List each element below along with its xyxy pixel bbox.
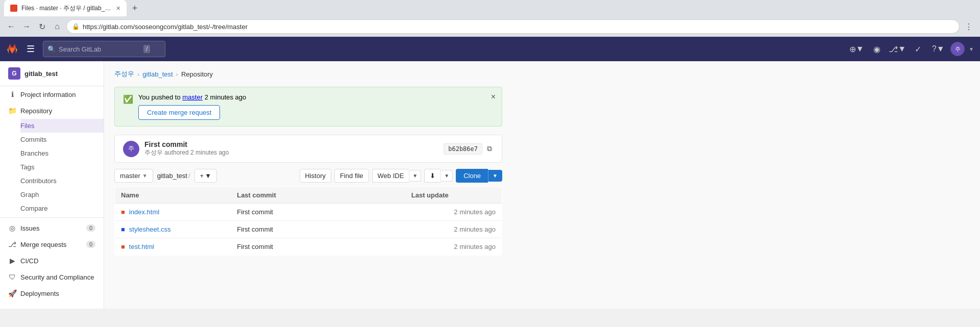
add-file-button[interactable]: + ▼ (194, 169, 217, 183)
path-breadcrumb: gitlab_test / (157, 172, 190, 180)
plus-file-icon: + (200, 172, 204, 180)
sidebar-item-tags[interactable]: Tags (20, 160, 104, 174)
content-inner: 주성우 › gitlab_test › Repository ✅ You pus… (104, 61, 512, 264)
file-type-icon-1: ■ (121, 225, 125, 233)
sidebar-label-merge-requests: Merge requests (20, 241, 66, 248)
clone-dropdown[interactable]: ▼ (488, 170, 502, 182)
gitlab-app: ☰ 🔍 / ⊕ ▼ ◉ ⎇ ▼ ✓ ? ▼ 주 ▼ (0, 37, 980, 309)
new-tab-button[interactable]: + (129, 2, 141, 14)
address-input-wrap[interactable]: 🔒 (66, 19, 960, 34)
sidebar: G gitlab_test ℹ Project information 📁 Re… (0, 61, 104, 309)
file-commit-cell-1: First commit (231, 221, 405, 238)
sidebar-item-security-compliance[interactable]: 🛡 Security and Compliance (0, 269, 104, 285)
main-layout: G gitlab_test ℹ Project information 📁 Re… (0, 61, 980, 309)
gitlab-logo[interactable] (6, 43, 18, 55)
success-icon: ✅ (123, 94, 133, 104)
push-close-button[interactable]: × (491, 92, 496, 102)
branch-selector[interactable]: master ▼ (114, 169, 153, 183)
active-tab[interactable]: Files · master · 주성우 / gitlab_te... × (4, 0, 127, 16)
sidebar-label-security: Security and Compliance (20, 273, 94, 281)
search-input[interactable] (59, 45, 140, 53)
sidebar-section-main: ℹ Project information 📁 Repository Files… (0, 86, 104, 301)
sidebar-label-compare: Compare (20, 205, 47, 212)
user-avatar: 주 (951, 42, 964, 56)
file-table-header: Name Last commit Last update (115, 187, 502, 204)
commit-author-avatar: 주 (123, 141, 139, 157)
toolbar-right: History Find file Web IDE ▼ ⬇ ▼ (300, 169, 502, 183)
sidebar-item-graph[interactable]: Graph (20, 188, 104, 202)
project-header[interactable]: G gitlab_test (0, 61, 104, 86)
user-avatar-button[interactable]: 주 (950, 42, 965, 56)
address-input[interactable] (83, 23, 954, 31)
extensions-button[interactable]: ⋮ (962, 19, 976, 34)
commit-hash-section: b62b86e7 ⧉ (444, 143, 494, 155)
create-merge-request-button[interactable]: Create merge request (138, 105, 220, 120)
file-link-2[interactable]: test.html (129, 243, 154, 250)
web-ide-dropdown[interactable]: ▼ (409, 170, 421, 182)
sidebar-item-merge-requests[interactable]: ⎇ Merge requests 0 (0, 236, 104, 253)
sidebar-label-commits: Commits (20, 136, 46, 143)
commit-title[interactable]: First commit (144, 140, 229, 148)
file-name-cell-1: ■ stylesheet.css (115, 221, 231, 238)
sidebar-item-cicd[interactable]: ▶ CI/CD (0, 253, 104, 269)
download-button[interactable]: ⬇ (424, 169, 440, 183)
home-button[interactable]: ⌂ (50, 19, 64, 34)
create-new-button[interactable]: ⊕ ▼ (848, 41, 865, 57)
help-button[interactable]: ? ▼ (930, 41, 946, 57)
refresh-button[interactable]: ↻ (35, 19, 49, 34)
col-update-header: Last update (405, 187, 502, 204)
path-separator: / (188, 172, 190, 180)
merge-requests-nav-button[interactable]: ⎇ ▼ (889, 41, 905, 57)
find-file-button[interactable]: Find file (334, 169, 369, 183)
forward-button[interactable]: → (19, 19, 34, 34)
clone-button[interactable]: Clone (456, 169, 488, 183)
repository-icon: 📁 (8, 107, 16, 115)
project-name: gitlab_test (24, 70, 58, 78)
sidebar-item-files[interactable]: Files (20, 119, 104, 133)
project-icon: G (8, 67, 20, 80)
download-wrap: ⬇ ▼ (424, 169, 453, 183)
push-notification: ✅ You pushed to master 2 minutes ago Cre… (114, 87, 502, 127)
commit-hash-code[interactable]: b62b86e7 (444, 143, 482, 155)
breadcrumb-project-link[interactable]: gitlab_test (142, 70, 173, 78)
tab-close-button[interactable]: × (116, 4, 120, 12)
browser-chrome: Files · master · 주성우 / gitlab_te... × + … (0, 0, 980, 37)
issues-icon: ◉ (873, 44, 880, 54)
file-link-1[interactable]: stylesheet.css (129, 225, 171, 233)
web-ide-button[interactable]: Web IDE (372, 169, 409, 183)
content-area: 주성우 › gitlab_test › Repository ✅ You pus… (104, 61, 980, 309)
commit-details: First commit 주성우 authored 2 minutes ago (144, 140, 229, 157)
sidebar-item-deployments[interactable]: 🚀 Deployments (0, 285, 104, 301)
breadcrumb-user-link[interactable]: 주성우 (114, 69, 134, 79)
history-button[interactable]: History (300, 169, 331, 183)
push-branch-link[interactable]: master (182, 93, 203, 101)
sidebar-label-issues: Issues (20, 224, 40, 232)
issues-sidebar-icon: ◎ (8, 224, 16, 232)
sidebar-label-project-information: Project information (20, 91, 76, 98)
issues-button[interactable]: ◉ (869, 41, 885, 57)
merge-requests-sidebar-icon: ⎇ (8, 240, 16, 248)
copy-hash-button[interactable]: ⧉ (485, 143, 494, 155)
sidebar-label-cicd: CI/CD (20, 257, 38, 265)
hamburger-menu-button[interactable]: ☰ (22, 41, 39, 57)
sidebar-item-contributors[interactable]: Contributors (20, 174, 104, 188)
file-name-cell-0: ■ index.html (115, 204, 231, 221)
deployments-icon: 🚀 (8, 289, 16, 297)
todo-button[interactable]: ✓ (910, 41, 926, 57)
sidebar-item-branches[interactable]: Branches (20, 146, 104, 160)
file-commit-cell-0: First commit (231, 204, 405, 221)
sidebar-item-compare[interactable]: Compare (20, 202, 104, 215)
sidebar-item-repository[interactable]: 📁 Repository (0, 103, 104, 119)
file-commit-cell-2: First commit (231, 238, 405, 256)
file-table-body: ■ index.html First commit 2 minutes ago … (115, 204, 502, 256)
sidebar-item-commits[interactable]: Commits (20, 133, 104, 146)
back-button[interactable]: ← (4, 19, 18, 34)
sidebar-item-issues[interactable]: ◎ Issues 0 (0, 220, 104, 236)
todo-icon: ✓ (915, 44, 921, 54)
security-icon: 🛡 (8, 273, 16, 281)
sidebar-item-project-information[interactable]: ℹ Project information (0, 86, 104, 103)
file-link-0[interactable]: index.html (129, 208, 159, 216)
download-dropdown[interactable]: ▼ (440, 170, 453, 182)
table-row: ■ stylesheet.css First commit 2 minutes … (115, 221, 502, 238)
search-bar[interactable]: 🔍 / (43, 41, 165, 57)
